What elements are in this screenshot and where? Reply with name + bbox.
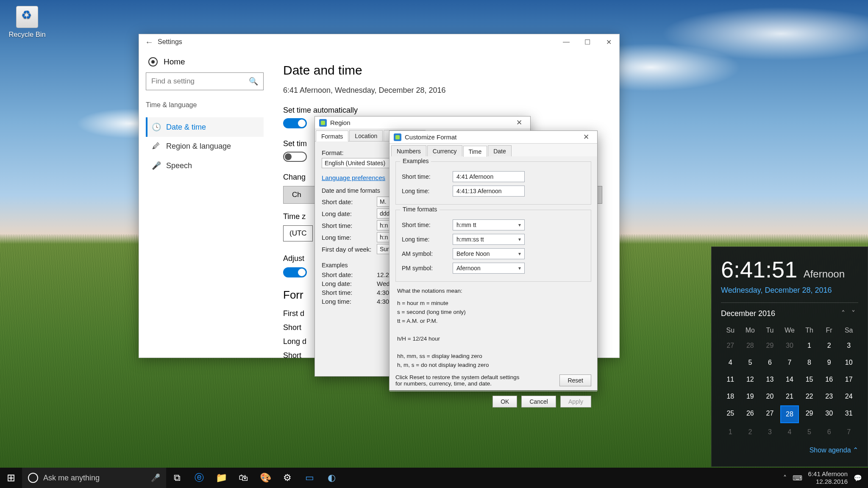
maximize-button[interactable]: ☐: [577, 34, 598, 50]
calendar-day[interactable]: 30: [820, 405, 839, 423]
calendar-day[interactable]: 13: [760, 372, 779, 388]
calendar-day[interactable]: 10: [839, 355, 858, 371]
ok-button[interactable]: OK: [492, 396, 517, 408]
file-explorer-icon[interactable]: 📁: [210, 468, 232, 488]
format-combo[interactable]: Before Noon▾: [453, 248, 525, 259]
calendar-day[interactable]: 28: [780, 405, 799, 423]
calendar-day[interactable]: 24: [839, 388, 858, 405]
calendar-day[interactable]: 5: [741, 355, 760, 371]
calendar-day[interactable]: 26: [741, 405, 760, 423]
show-agenda-link[interactable]: Show agenda ⌃: [721, 446, 858, 454]
calendar-day[interactable]: 27: [721, 338, 740, 354]
calendar-day[interactable]: 14: [780, 372, 799, 388]
calendar-day[interactable]: 25: [721, 405, 740, 423]
paint-icon[interactable]: 🎨: [254, 468, 276, 488]
keyboard-icon[interactable]: ⌨: [793, 474, 802, 482]
taskbar-clock[interactable]: 6:41 Afernoon 12.28.2016: [808, 470, 848, 485]
calendar-day[interactable]: 2: [820, 338, 839, 354]
region-titlebar[interactable]: Region ✕: [315, 116, 530, 129]
close-icon[interactable]: ✕: [579, 133, 593, 141]
tab-time[interactable]: Time: [463, 146, 487, 157]
recycle-bin-shortcut[interactable]: Recycle Bin: [6, 6, 48, 39]
nav-date-time[interactable]: 🕓 Date & time: [146, 117, 264, 137]
chevron-up-icon[interactable]: ˄: [838, 309, 848, 318]
flyout-date[interactable]: Wednesday, December 28, 2016: [721, 286, 858, 295]
calendar-day[interactable]: 3: [760, 424, 779, 440]
calendar-day[interactable]: 5: [800, 424, 819, 440]
calendar-day[interactable]: 7: [839, 424, 858, 440]
start-button[interactable]: ⊞: [0, 468, 22, 488]
set-tz-auto-toggle[interactable]: [283, 152, 307, 162]
flyout-month[interactable]: December 2016: [721, 309, 775, 318]
apply-button[interactable]: Apply: [560, 396, 591, 408]
tab-currency[interactable]: Currency: [427, 145, 462, 156]
tab-location[interactable]: Location: [349, 130, 383, 141]
reset-button[interactable]: Reset: [559, 374, 591, 386]
nav-speech[interactable]: 🎤 Speech: [146, 156, 264, 175]
home-row[interactable]: Home: [146, 54, 264, 72]
settings-search[interactable]: 🔍: [146, 72, 264, 90]
language-preferences-link[interactable]: Language preferences: [322, 174, 385, 181]
store-icon[interactable]: 🛍: [232, 468, 254, 488]
calendar-day[interactable]: 3: [839, 338, 858, 354]
cancel-button[interactable]: Cancel: [521, 396, 556, 408]
calendar-day[interactable]: 15: [800, 372, 819, 388]
action-center-icon[interactable]: 💬: [854, 474, 862, 482]
calendar-day[interactable]: 22: [800, 388, 819, 405]
calendar-day[interactable]: 29: [800, 405, 819, 423]
tab-date[interactable]: Date: [488, 145, 512, 156]
custom-titlebar[interactable]: Customize Format ✕: [389, 131, 597, 144]
calendar-day[interactable]: 8: [800, 355, 819, 371]
calendar-day[interactable]: 29: [760, 338, 779, 354]
calendar-day[interactable]: 4: [721, 355, 740, 371]
timezone-select[interactable]: (UTC: [283, 225, 313, 241]
calendar-day[interactable]: 28: [741, 338, 760, 354]
calendar-day[interactable]: 18: [721, 388, 740, 405]
cortana-search[interactable]: Ask me anything 🎤: [22, 468, 166, 488]
calendar-day[interactable]: 2: [741, 424, 760, 440]
close-icon[interactable]: ✕: [512, 118, 526, 127]
chevron-down-icon: ▾: [518, 222, 521, 228]
adjust-dst-toggle[interactable]: [283, 267, 307, 277]
calendar-day[interactable]: 23: [820, 388, 839, 405]
minimize-button[interactable]: —: [556, 34, 577, 50]
calendar-day[interactable]: 6: [820, 424, 839, 440]
system-tray[interactable]: ˄ ⌨ 6:41 Afernoon 12.28.2016 💬: [777, 470, 868, 485]
calendar-day[interactable]: 17: [839, 372, 858, 388]
calendar-day[interactable]: 20: [760, 388, 779, 405]
nav-region-language[interactable]: 🖉 Region & language: [146, 137, 264, 156]
mic-icon[interactable]: 🎤: [151, 473, 160, 482]
back-button[interactable]: ←: [145, 37, 158, 47]
task-view-button[interactable]: ⧉: [166, 468, 188, 488]
calendar-day[interactable]: 1: [721, 424, 740, 440]
settings-search-input[interactable]: [151, 77, 249, 86]
calendar-day[interactable]: 4: [780, 424, 799, 440]
calendar-day[interactable]: 16: [820, 372, 839, 388]
calendar-day[interactable]: 31: [839, 405, 858, 423]
calendar-day[interactable]: 1: [800, 338, 819, 354]
close-button[interactable]: ✕: [598, 34, 619, 50]
app-icon[interactable]: ▭: [298, 468, 320, 488]
home-label: Home: [164, 57, 185, 67]
calendar-day[interactable]: 9: [820, 355, 839, 371]
calendar-day[interactable]: 12: [741, 372, 760, 388]
calendar-day[interactable]: 30: [780, 338, 799, 354]
chevron-down-icon[interactable]: ˅: [848, 309, 858, 318]
settings-titlebar[interactable]: ← Settings — ☐ ✕: [139, 34, 619, 50]
format-combo[interactable]: h:mm tt▾: [453, 219, 525, 230]
settings-icon[interactable]: ⚙: [276, 468, 298, 488]
calendar-day[interactable]: 11: [721, 372, 740, 388]
edge-icon[interactable]: ⓔ: [188, 468, 210, 488]
calendar-day[interactable]: 6: [760, 355, 779, 371]
calendar-day[interactable]: 7: [780, 355, 799, 371]
format-combo[interactable]: h:mm:ss tt▾: [453, 234, 525, 245]
calendar-day[interactable]: 27: [760, 405, 779, 423]
calendar-day[interactable]: 19: [741, 388, 760, 405]
tab-numbers[interactable]: Numbers: [391, 145, 426, 156]
calendar-day[interactable]: 21: [780, 388, 799, 405]
tray-chevron-icon[interactable]: ˄: [783, 474, 787, 482]
tab-formats[interactable]: Formats: [316, 130, 348, 141]
app-icon[interactable]: ◐: [320, 468, 342, 488]
format-combo[interactable]: Afernoon▾: [453, 263, 525, 274]
set-time-auto-toggle[interactable]: [283, 118, 307, 128]
